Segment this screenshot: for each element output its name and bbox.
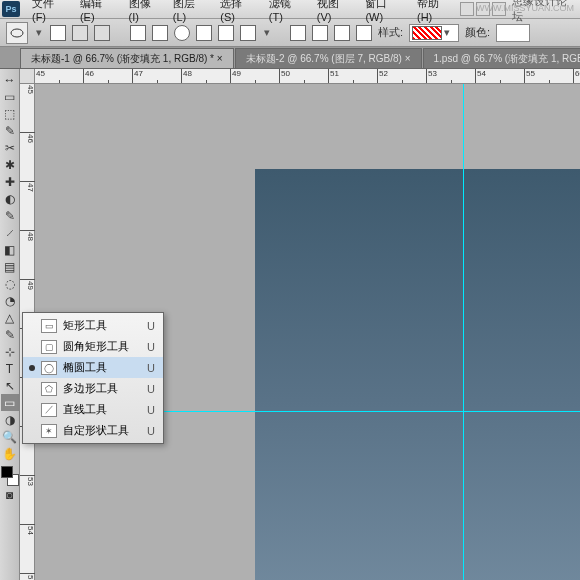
ruler-origin[interactable]: [20, 69, 35, 84]
shortcut-key: U: [135, 383, 155, 395]
shape-opt-icon[interactable]: [130, 25, 146, 41]
menu-item[interactable]: 视图(V): [311, 0, 360, 25]
tool-button[interactable]: ✚: [1, 173, 19, 190]
tool-button[interactable]: ◧: [1, 241, 19, 258]
tool-button[interactable]: ◌: [1, 275, 19, 292]
tool-button[interactable]: ▭: [1, 394, 19, 411]
quickmask-button[interactable]: ◙: [1, 486, 19, 503]
tool-icon: ／: [41, 403, 57, 417]
menu-item[interactable]: 图层(L): [167, 0, 214, 25]
pathop-icon[interactable]: [290, 25, 306, 41]
chevron-down-icon[interactable]: ▾: [34, 24, 44, 42]
shortcut-key: U: [135, 320, 155, 332]
tool-button[interactable]: ⊹: [1, 343, 19, 360]
tool-button[interactable]: ↖: [1, 377, 19, 394]
paths-icon[interactable]: [72, 25, 88, 41]
ruler-tick: 47: [20, 182, 35, 231]
tool-button[interactable]: ↔: [1, 71, 19, 88]
site-text: WWW.MISSYUAN.COM: [476, 3, 574, 13]
document-tab[interactable]: 未标题-1 @ 66.7% (渐变填充 1, RGB/8) * ×: [20, 48, 234, 68]
tool-button[interactable]: ◐: [1, 190, 19, 207]
tool-button[interactable]: △: [1, 309, 19, 326]
guide-vertical[interactable]: [463, 84, 464, 580]
ruler-tick: 48: [182, 69, 231, 84]
tool-button[interactable]: ▭: [1, 88, 19, 105]
ruler-tick: 60: [574, 69, 580, 84]
tool-button[interactable]: ✂: [1, 139, 19, 156]
fill-color-swatch[interactable]: [496, 24, 530, 42]
tool-icon: ▭: [41, 319, 57, 333]
menu-item[interactable]: 窗口(W): [359, 0, 411, 25]
document-tab-bar: 未标题-1 @ 66.7% (渐变填充 1, RGB/8) * ×未标题-2 @…: [0, 47, 580, 69]
ruler-tick: 45: [35, 69, 84, 84]
menu-item[interactable]: 滤镜(T): [263, 0, 311, 25]
tool-button[interactable]: ✎: [1, 326, 19, 343]
ellipse-icon: [10, 26, 24, 40]
ruler-tick: 55: [525, 69, 574, 84]
tool-icon: ✶: [41, 424, 57, 438]
tool-button[interactable]: ✎: [1, 207, 19, 224]
shape-tool-flyout: ▭矩形工具U▢圆角矩形工具U◯椭圆工具U⬠多边形工具U／直线工具U✶自定形状工具…: [22, 312, 164, 444]
flyout-label: 椭圆工具: [63, 360, 107, 375]
workspace-icon[interactable]: [460, 2, 474, 16]
menu-item[interactable]: 帮助(H): [411, 0, 460, 25]
shape-layers-icon[interactable]: [50, 25, 66, 41]
shape-opt-icon[interactable]: [196, 25, 212, 41]
ruler-tick: 46: [20, 133, 35, 182]
selected-indicator-icon: [29, 365, 35, 371]
ruler-tick: 52: [378, 69, 427, 84]
tool-button[interactable]: ▤: [1, 258, 19, 275]
tool-button[interactable]: T: [1, 360, 19, 377]
pathop-icon[interactable]: [334, 25, 350, 41]
tool-button[interactable]: 🔍: [1, 428, 19, 445]
shape-opt-icon[interactable]: [240, 25, 256, 41]
tool-preset-picker[interactable]: [6, 22, 28, 44]
ruler-tick: 54: [476, 69, 525, 84]
ruler-horizontal[interactable]: 454647484950515253545560657075: [35, 69, 580, 84]
ruler-tick: 48: [20, 231, 35, 280]
tool-button[interactable]: ◑: [1, 411, 19, 428]
fill-pixels-icon[interactable]: [94, 25, 110, 41]
flyout-item[interactable]: ▢圆角矩形工具U: [23, 336, 163, 357]
tool-button[interactable]: ◔: [1, 292, 19, 309]
flyout-item[interactable]: ✶自定形状工具U: [23, 420, 163, 441]
menu-item[interactable]: 图像(I): [123, 0, 167, 25]
menu-item[interactable]: 文件(F): [26, 0, 74, 25]
menu-bar-extras: 思缘设计论坛 WWW.MISSYUAN.COM: [460, 0, 578, 24]
style-picker[interactable]: ▾: [409, 24, 459, 42]
flyout-label: 直线工具: [63, 402, 107, 417]
tool-icon: ▢: [41, 340, 57, 354]
artboard[interactable]: UiBQ.CoM bbs.16xx8.com: [255, 169, 580, 580]
color-chips[interactable]: [1, 466, 19, 486]
ruler-tick: 53: [427, 69, 476, 84]
flyout-label: 自定形状工具: [63, 423, 129, 438]
flyout-item[interactable]: ▭矩形工具U: [23, 315, 163, 336]
flyout-label: 圆角矩形工具: [63, 339, 129, 354]
menu-item[interactable]: 编辑(E): [74, 0, 123, 25]
flyout-item[interactable]: ／直线工具U: [23, 399, 163, 420]
tool-button[interactable]: ✎: [1, 122, 19, 139]
tool-button[interactable]: ⬚: [1, 105, 19, 122]
document-tab[interactable]: 未标题-2 @ 66.7% (图层 7, RGB/8) ×: [235, 48, 422, 68]
shape-opt-icon[interactable]: [174, 25, 190, 41]
ruler-tick: 49: [231, 69, 280, 84]
pathop-icon[interactable]: [356, 25, 372, 41]
svg-point-0: [11, 29, 23, 37]
color-label: 颜色:: [465, 25, 490, 40]
tool-button[interactable]: ✱: [1, 156, 19, 173]
chevron-down-icon[interactable]: ▾: [262, 24, 272, 42]
flyout-label: 矩形工具: [63, 318, 107, 333]
ruler-tick: 54: [20, 525, 35, 574]
pathop-icon[interactable]: [312, 25, 328, 41]
flyout-item[interactable]: ⬠多边形工具U: [23, 378, 163, 399]
tool-button[interactable]: ⟋: [1, 224, 19, 241]
shape-opt-icon[interactable]: [152, 25, 168, 41]
tool-button[interactable]: ✋: [1, 445, 19, 462]
document-tab[interactable]: 1.psd @ 66.7% (渐变填充 1, RGB/8) ×: [423, 48, 580, 68]
shape-opt-icon[interactable]: [218, 25, 234, 41]
menu-item[interactable]: 选择(S): [214, 0, 263, 25]
shortcut-key: U: [135, 362, 155, 374]
ruler-tick: 50: [280, 69, 329, 84]
tool-icon: ◯: [41, 361, 57, 375]
flyout-item[interactable]: ◯椭圆工具U: [23, 357, 163, 378]
